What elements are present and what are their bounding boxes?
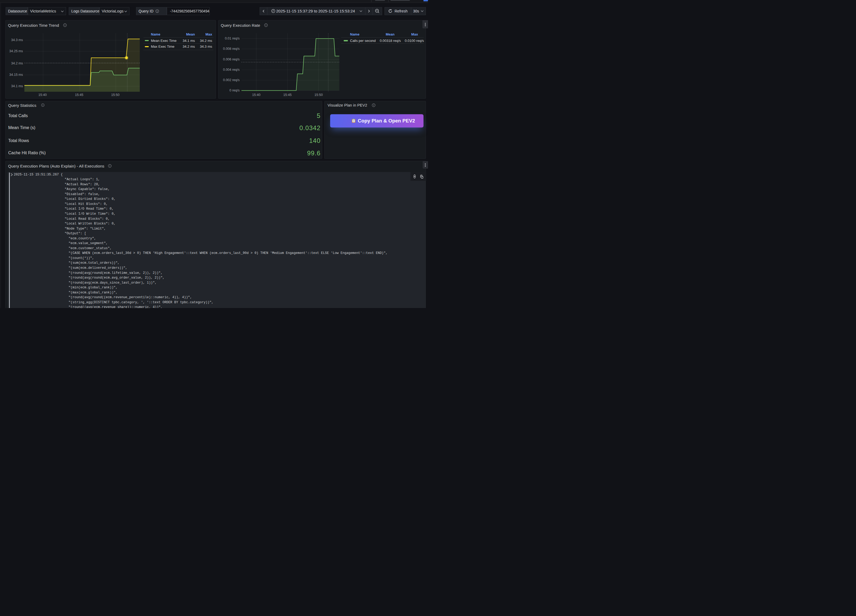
svg-text:34.3 ms: 34.3 ms	[11, 38, 23, 41]
svg-text:34.1 ms: 34.1 ms	[11, 84, 23, 88]
svg-text:0.006 req/s: 0.006 req/s	[223, 57, 239, 61]
svg-text:15:40: 15:40	[252, 93, 260, 97]
svg-text:15:50: 15:50	[314, 93, 322, 97]
svg-text:0 req/s: 0 req/s	[229, 89, 239, 92]
svg-text:0.01 req/s: 0.01 req/s	[225, 36, 239, 40]
svg-text:0.002 req/s: 0.002 req/s	[223, 78, 239, 82]
svg-text:34.2 ms: 34.2 ms	[11, 61, 23, 65]
svg-text:15:40: 15:40	[38, 93, 47, 97]
svg-text:0.008 req/s: 0.008 req/s	[223, 47, 239, 51]
svg-text:0.004 req/s: 0.004 req/s	[223, 68, 239, 71]
svg-text:34.25 ms: 34.25 ms	[9, 49, 23, 53]
svg-text:15:45: 15:45	[75, 93, 83, 97]
svg-text:34.15 ms: 34.15 ms	[9, 73, 23, 76]
svg-text:15:50: 15:50	[111, 93, 119, 97]
svg-text:15:45: 15:45	[283, 93, 291, 97]
